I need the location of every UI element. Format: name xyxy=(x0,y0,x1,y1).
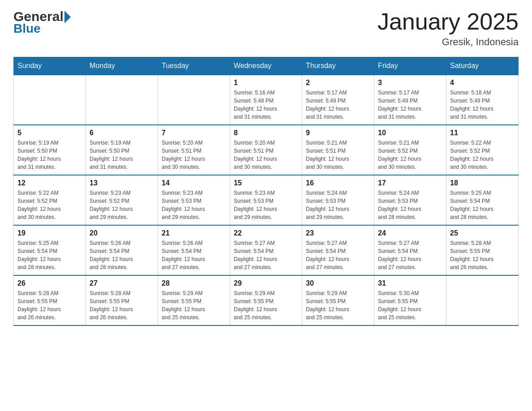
day-info: Sunrise: 5:22 AM Sunset: 5:52 PM Dayligh… xyxy=(450,139,515,171)
table-cell: 22Sunrise: 5:27 AM Sunset: 5:54 PM Dayli… xyxy=(230,225,302,275)
day-info: Sunrise: 5:21 AM Sunset: 5:51 PM Dayligh… xyxy=(306,139,370,171)
day-number: 25 xyxy=(450,229,515,237)
day-number: 23 xyxy=(306,229,370,237)
table-cell: 23Sunrise: 5:27 AM Sunset: 5:54 PM Dayli… xyxy=(302,225,374,275)
day-info: Sunrise: 5:26 AM Sunset: 5:54 PM Dayligh… xyxy=(90,239,154,271)
day-info: Sunrise: 5:29 AM Sunset: 5:55 PM Dayligh… xyxy=(234,289,298,321)
table-cell xyxy=(446,275,519,325)
header-tuesday: Tuesday xyxy=(158,57,230,75)
week-row-5: 26Sunrise: 5:28 AM Sunset: 5:55 PM Dayli… xyxy=(14,275,519,325)
day-info: Sunrise: 5:17 AM Sunset: 5:49 PM Dayligh… xyxy=(306,89,370,121)
table-cell: 6Sunrise: 5:19 AM Sunset: 5:50 PM Daylig… xyxy=(86,125,158,175)
header-sunday: Sunday xyxy=(14,57,86,75)
day-number: 1 xyxy=(234,79,298,87)
day-number: 4 xyxy=(450,79,515,87)
calendar-subtitle: Gresik, Indonesia xyxy=(378,36,519,48)
table-cell: 20Sunrise: 5:26 AM Sunset: 5:54 PM Dayli… xyxy=(86,225,158,275)
day-number: 28 xyxy=(162,279,226,287)
day-info: Sunrise: 5:28 AM Sunset: 5:55 PM Dayligh… xyxy=(450,239,515,271)
day-number: 14 xyxy=(162,179,226,187)
day-info: Sunrise: 5:27 AM Sunset: 5:54 PM Dayligh… xyxy=(306,239,370,271)
day-number: 22 xyxy=(234,229,298,237)
day-number: 2 xyxy=(306,79,370,87)
table-cell xyxy=(86,75,158,125)
day-info: Sunrise: 5:19 AM Sunset: 5:50 PM Dayligh… xyxy=(90,139,154,171)
table-cell xyxy=(14,75,86,125)
header-wednesday: Wednesday xyxy=(230,57,302,75)
header-monday: Monday xyxy=(86,57,158,75)
day-info: Sunrise: 5:30 AM Sunset: 5:55 PM Dayligh… xyxy=(378,289,442,321)
logo-triangle-icon xyxy=(64,11,71,23)
logo: General Blue xyxy=(13,9,71,35)
day-info: Sunrise: 5:24 AM Sunset: 5:53 PM Dayligh… xyxy=(306,189,370,221)
day-info: Sunrise: 5:23 AM Sunset: 5:52 PM Dayligh… xyxy=(90,189,154,221)
table-cell: 25Sunrise: 5:28 AM Sunset: 5:55 PM Dayli… xyxy=(446,225,519,275)
day-info: Sunrise: 5:25 AM Sunset: 5:54 PM Dayligh… xyxy=(17,239,82,271)
day-number: 20 xyxy=(90,229,154,237)
header-saturday: Saturday xyxy=(446,57,519,75)
table-cell: 15Sunrise: 5:23 AM Sunset: 5:53 PM Dayli… xyxy=(230,175,302,225)
calendar-header-row: SundayMondayTuesdayWednesdayThursdayFrid… xyxy=(14,57,519,75)
table-cell: 5Sunrise: 5:19 AM Sunset: 5:50 PM Daylig… xyxy=(14,125,86,175)
table-cell: 11Sunrise: 5:22 AM Sunset: 5:52 PM Dayli… xyxy=(446,125,519,175)
table-cell: 28Sunrise: 5:29 AM Sunset: 5:55 PM Dayli… xyxy=(158,275,230,325)
day-number: 30 xyxy=(306,279,370,287)
day-info: Sunrise: 5:20 AM Sunset: 5:51 PM Dayligh… xyxy=(234,139,298,171)
table-cell: 17Sunrise: 5:24 AM Sunset: 5:53 PM Dayli… xyxy=(374,175,446,225)
day-info: Sunrise: 5:17 AM Sunset: 5:49 PM Dayligh… xyxy=(378,89,442,121)
logo-blue-text: Blue xyxy=(13,22,41,35)
day-number: 31 xyxy=(378,279,442,287)
table-cell: 10Sunrise: 5:21 AM Sunset: 5:52 PM Dayli… xyxy=(374,125,446,175)
table-cell: 16Sunrise: 5:24 AM Sunset: 5:53 PM Dayli… xyxy=(302,175,374,225)
day-number: 15 xyxy=(234,179,298,187)
table-cell: 7Sunrise: 5:20 AM Sunset: 5:51 PM Daylig… xyxy=(158,125,230,175)
title-block: January 2025 Gresik, Indonesia xyxy=(378,9,519,48)
day-number: 7 xyxy=(162,129,226,137)
day-number: 24 xyxy=(378,229,442,237)
table-cell: 8Sunrise: 5:20 AM Sunset: 5:51 PM Daylig… xyxy=(230,125,302,175)
day-info: Sunrise: 5:23 AM Sunset: 5:53 PM Dayligh… xyxy=(234,189,298,221)
day-number: 27 xyxy=(90,279,154,287)
table-cell: 24Sunrise: 5:27 AM Sunset: 5:54 PM Dayli… xyxy=(374,225,446,275)
table-cell xyxy=(158,75,230,125)
table-cell: 26Sunrise: 5:28 AM Sunset: 5:55 PM Dayli… xyxy=(14,275,86,325)
day-number: 3 xyxy=(378,79,442,87)
day-number: 8 xyxy=(234,129,298,137)
table-cell: 30Sunrise: 5:29 AM Sunset: 5:55 PM Dayli… xyxy=(302,275,374,325)
day-number: 19 xyxy=(17,229,82,237)
day-number: 11 xyxy=(450,129,515,137)
week-row-3: 12Sunrise: 5:22 AM Sunset: 5:52 PM Dayli… xyxy=(14,175,519,225)
day-info: Sunrise: 5:28 AM Sunset: 5:55 PM Dayligh… xyxy=(90,289,154,321)
table-cell: 3Sunrise: 5:17 AM Sunset: 5:49 PM Daylig… xyxy=(374,75,446,125)
day-number: 21 xyxy=(162,229,226,237)
day-info: Sunrise: 5:27 AM Sunset: 5:54 PM Dayligh… xyxy=(234,239,298,271)
day-number: 18 xyxy=(450,179,515,187)
day-info: Sunrise: 5:19 AM Sunset: 5:50 PM Dayligh… xyxy=(17,139,82,171)
table-cell: 12Sunrise: 5:22 AM Sunset: 5:52 PM Dayli… xyxy=(14,175,86,225)
day-number: 9 xyxy=(306,129,370,137)
table-cell: 14Sunrise: 5:23 AM Sunset: 5:53 PM Dayli… xyxy=(158,175,230,225)
calendar-title: January 2025 xyxy=(378,9,519,34)
table-cell: 2Sunrise: 5:17 AM Sunset: 5:49 PM Daylig… xyxy=(302,75,374,125)
day-info: Sunrise: 5:21 AM Sunset: 5:52 PM Dayligh… xyxy=(378,139,442,171)
day-info: Sunrise: 5:16 AM Sunset: 5:48 PM Dayligh… xyxy=(234,89,298,121)
day-number: 6 xyxy=(90,129,154,137)
day-info: Sunrise: 5:22 AM Sunset: 5:52 PM Dayligh… xyxy=(17,189,82,221)
day-info: Sunrise: 5:25 AM Sunset: 5:54 PM Dayligh… xyxy=(450,189,515,221)
day-number: 16 xyxy=(306,179,370,187)
table-cell: 9Sunrise: 5:21 AM Sunset: 5:51 PM Daylig… xyxy=(302,125,374,175)
calendar-table: SundayMondayTuesdayWednesdayThursdayFrid… xyxy=(13,57,519,326)
header-thursday: Thursday xyxy=(302,57,374,75)
week-row-2: 5Sunrise: 5:19 AM Sunset: 5:50 PM Daylig… xyxy=(14,125,519,175)
day-info: Sunrise: 5:26 AM Sunset: 5:54 PM Dayligh… xyxy=(162,239,226,271)
page-header: General Blue January 2025 Gresik, Indone… xyxy=(13,9,519,48)
day-info: Sunrise: 5:24 AM Sunset: 5:53 PM Dayligh… xyxy=(378,189,442,221)
table-cell: 21Sunrise: 5:26 AM Sunset: 5:54 PM Dayli… xyxy=(158,225,230,275)
day-info: Sunrise: 5:23 AM Sunset: 5:53 PM Dayligh… xyxy=(162,189,226,221)
day-info: Sunrise: 5:27 AM Sunset: 5:54 PM Dayligh… xyxy=(378,239,442,271)
day-info: Sunrise: 5:28 AM Sunset: 5:55 PM Dayligh… xyxy=(17,289,82,321)
day-number: 17 xyxy=(378,179,442,187)
table-cell: 29Sunrise: 5:29 AM Sunset: 5:55 PM Dayli… xyxy=(230,275,302,325)
day-info: Sunrise: 5:20 AM Sunset: 5:51 PM Dayligh… xyxy=(162,139,226,171)
day-number: 5 xyxy=(17,129,82,137)
